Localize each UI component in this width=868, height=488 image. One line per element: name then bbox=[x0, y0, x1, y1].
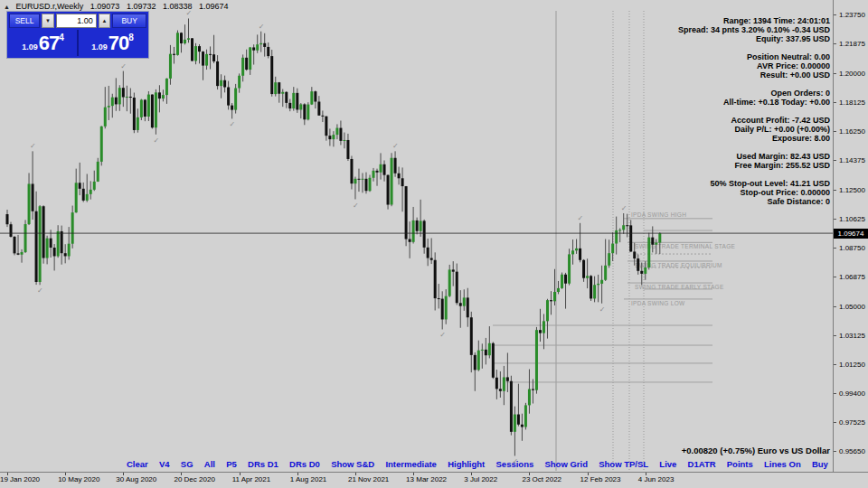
swing-check-icon: ✓ bbox=[439, 331, 446, 339]
toolbar-link-drs-d0[interactable]: DRs D0 bbox=[289, 459, 320, 469]
toolbar-link-highlight[interactable]: Highlight bbox=[448, 459, 485, 469]
candle-body bbox=[651, 238, 654, 245]
toolbar-link-lines-on[interactable]: Lines On bbox=[764, 459, 801, 469]
price-axis-label: 0.95650 bbox=[839, 447, 865, 455]
candle-body bbox=[104, 108, 107, 127]
candle-body bbox=[71, 212, 74, 244]
price-axis-tick bbox=[834, 248, 836, 249]
candle-body bbox=[321, 116, 324, 117]
toolbar-link-d1atr[interactable]: D1ATR bbox=[688, 459, 716, 469]
candle-body bbox=[420, 221, 422, 230]
candle-body bbox=[335, 128, 338, 136]
candle-body bbox=[64, 253, 67, 256]
candle-body bbox=[176, 33, 179, 55]
toolbar-link-all[interactable]: All bbox=[204, 459, 215, 469]
candle-body bbox=[564, 275, 567, 284]
toolbar-link-v4[interactable]: V4 bbox=[159, 459, 170, 469]
candle-body bbox=[448, 269, 451, 296]
candle-body bbox=[376, 171, 379, 173]
volume-dropdown-button[interactable]: ▼ bbox=[42, 14, 54, 28]
candle-body bbox=[658, 233, 661, 242]
candle-body bbox=[524, 405, 527, 427]
sell-price-button[interactable]: 1.09 67 4 bbox=[9, 30, 79, 56]
date-axis-label: 23 Oct 2022 bbox=[522, 475, 561, 483]
toolbar-link-live[interactable]: Live bbox=[659, 459, 676, 469]
info-line: Equity: 337.95 USD bbox=[678, 34, 830, 43]
candle-body bbox=[263, 43, 266, 47]
volume-spin-up-button[interactable]: ▲ bbox=[99, 14, 111, 28]
buy-price-big: 70 bbox=[108, 32, 128, 55]
candle-body bbox=[521, 425, 524, 427]
candle-body bbox=[357, 179, 360, 180]
toolbar-link-sg[interactable]: SG bbox=[181, 459, 193, 469]
buy-button[interactable]: BUY bbox=[112, 14, 146, 28]
price-axis-tick bbox=[834, 43, 836, 44]
price-axis-tick bbox=[834, 131, 836, 132]
candle-body bbox=[194, 46, 197, 61]
info-line: Account Profit: -7.42 USD bbox=[678, 116, 830, 125]
toolbar-link-show-grid[interactable]: Show Grid bbox=[544, 459, 588, 469]
info-line: AVR Price: 0.00000 bbox=[678, 61, 830, 70]
candle-body bbox=[579, 249, 581, 260]
buy-price-button[interactable]: 1.09 70 8 bbox=[79, 30, 146, 56]
candle-body bbox=[57, 231, 60, 257]
candle-body bbox=[187, 38, 190, 40]
candle-body bbox=[75, 183, 78, 212]
toolbar-link-clear[interactable]: Clear bbox=[127, 459, 148, 469]
sell-button[interactable]: SELL bbox=[9, 14, 40, 28]
volume-input[interactable] bbox=[56, 14, 97, 28]
candle-body bbox=[100, 127, 103, 162]
price-axis[interactable]: 1.09674 1.237501.218751.200001.181251.16… bbox=[834, 0, 868, 472]
candle-body bbox=[593, 285, 596, 298]
date-axis[interactable]: 19 Jan 202010 May 202030 Aug 202020 Dec … bbox=[0, 473, 868, 488]
toolbar-link-sessions[interactable]: Sessions bbox=[496, 459, 534, 469]
price-axis-label: 1.20000 bbox=[839, 70, 865, 78]
price-axis-tick bbox=[834, 451, 836, 452]
candle-body bbox=[93, 182, 96, 190]
candle-body bbox=[380, 164, 382, 173]
candle-body bbox=[553, 292, 556, 301]
candle-body bbox=[481, 350, 484, 351]
price-axis-label: 1.21875 bbox=[839, 40, 865, 48]
candle-body bbox=[35, 211, 38, 282]
candle-body bbox=[539, 330, 542, 333]
toolbar-link-show-tp-sl[interactable]: Show TP/SL bbox=[599, 459, 648, 469]
candle-body bbox=[409, 239, 411, 242]
candle-body bbox=[6, 214, 9, 224]
toolbar-link-points[interactable]: Points bbox=[727, 459, 753, 469]
price-axis-tick bbox=[834, 393, 836, 394]
toolbar-link-buy[interactable]: Buy bbox=[812, 459, 828, 469]
info-group: Open Orders: 0All-time: +0.18 Today: +0.… bbox=[678, 89, 830, 107]
price-axis-label: 1.12500 bbox=[839, 186, 865, 194]
toolbar-link-drs-d1[interactable]: DRs D1 bbox=[248, 459, 278, 469]
date-axis-label: 21 Nov 2021 bbox=[348, 475, 389, 483]
candle-body bbox=[220, 80, 222, 86]
price-axis-tick bbox=[834, 277, 836, 277]
sell-price-pip: 4 bbox=[59, 33, 64, 42]
candle-body bbox=[173, 54, 175, 55]
candle-body bbox=[561, 275, 563, 288]
candle-body bbox=[503, 377, 505, 390]
candle-body bbox=[212, 54, 215, 61]
price-axis-label: 1.03125 bbox=[839, 332, 865, 340]
candle-body bbox=[506, 377, 509, 380]
symbol-period-label: EURUSD.r,Weekly bbox=[15, 2, 83, 11]
swing-check-icon: ✓ bbox=[392, 142, 399, 150]
collapse-chart-icon[interactable]: ▲ bbox=[4, 4, 10, 10]
candle-body bbox=[391, 158, 393, 205]
candle-body bbox=[115, 98, 118, 105]
candle-body bbox=[445, 296, 448, 320]
swing-check-icon: ✓ bbox=[578, 214, 584, 222]
info-line: Stop-out Price: 0.00000 bbox=[678, 188, 830, 197]
toolbar-link-show-s-d[interactable]: Show S&D bbox=[331, 459, 374, 469]
toolbar-link-intermediate[interactable]: Intermediate bbox=[385, 459, 437, 469]
candle-body bbox=[430, 258, 433, 260]
candle-body bbox=[209, 54, 212, 55]
candle-body bbox=[401, 178, 404, 186]
candle-body bbox=[459, 303, 462, 305]
candle-body bbox=[542, 321, 545, 333]
candle-body bbox=[267, 47, 269, 56]
candle-body bbox=[314, 91, 316, 101]
toolbar-link-p5[interactable]: P5 bbox=[226, 459, 237, 469]
candle-body bbox=[191, 38, 193, 61]
